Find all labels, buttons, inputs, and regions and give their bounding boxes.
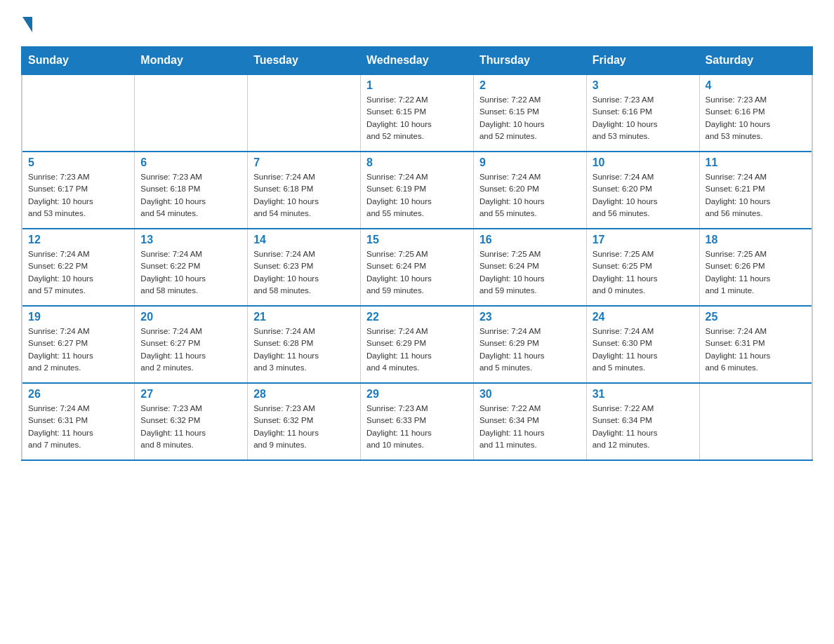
day-number: 30 [479,388,581,401]
calendar-cell: 16Sunrise: 7:25 AM Sunset: 6:24 PM Dayli… [473,229,586,306]
day-info: Sunrise: 7:24 AM Sunset: 6:22 PM Dayligh… [140,248,241,297]
day-number: 31 [593,388,694,401]
calendar-cell: 9Sunrise: 7:24 AM Sunset: 6:20 PM Daylig… [473,152,586,229]
calendar-cell [699,383,812,460]
day-info: Sunrise: 7:23 AM Sunset: 6:33 PM Dayligh… [366,403,468,451]
calendar-cell: 2Sunrise: 7:22 AM Sunset: 6:15 PM Daylig… [473,74,586,152]
day-number: 16 [479,234,581,246]
day-info: Sunrise: 7:24 AM Sunset: 6:20 PM Dayligh… [593,171,694,220]
calendar-week-row: 19Sunrise: 7:24 AM Sunset: 6:27 PM Dayli… [22,306,812,383]
calendar-cell: 22Sunrise: 7:24 AM Sunset: 6:29 PM Dayli… [361,306,474,383]
day-info: Sunrise: 7:24 AM Sunset: 6:22 PM Dayligh… [28,248,128,297]
day-info: Sunrise: 7:24 AM Sunset: 6:31 PM Dayligh… [28,403,128,451]
day-number: 11 [706,156,806,169]
day-number: 10 [593,156,694,169]
day-info: Sunrise: 7:25 AM Sunset: 6:26 PM Dayligh… [706,248,806,297]
day-info: Sunrise: 7:24 AM Sunset: 6:27 PM Dayligh… [28,326,128,374]
logo-arrow-icon [22,17,32,32]
day-number: 18 [706,234,806,246]
calendar-header-monday: Monday [135,47,248,75]
calendar-cell: 27Sunrise: 7:23 AM Sunset: 6:32 PM Dayli… [135,383,248,460]
day-info: Sunrise: 7:24 AM Sunset: 6:29 PM Dayligh… [366,326,468,374]
day-info: Sunrise: 7:24 AM Sunset: 6:27 PM Dayligh… [140,326,241,374]
day-info: Sunrise: 7:22 AM Sunset: 6:15 PM Dayligh… [479,94,581,142]
day-number: 28 [253,388,355,401]
day-info: Sunrise: 7:24 AM Sunset: 6:30 PM Dayligh… [593,326,694,374]
day-number: 17 [593,234,694,246]
calendar-header-tuesday: Tuesday [248,47,361,75]
calendar-cell [135,74,248,152]
calendar-header-saturday: Saturday [699,47,812,75]
calendar-cell: 1Sunrise: 7:22 AM Sunset: 6:15 PM Daylig… [361,74,474,152]
calendar-cell [22,74,135,152]
day-number: 6 [140,156,241,169]
calendar-cell: 15Sunrise: 7:25 AM Sunset: 6:24 PM Dayli… [361,229,474,306]
calendar-cell: 10Sunrise: 7:24 AM Sunset: 6:20 PM Dayli… [586,152,699,229]
calendar-header-row: SundayMondayTuesdayWednesdayThursdayFrid… [22,47,812,75]
day-info: Sunrise: 7:24 AM Sunset: 6:18 PM Dayligh… [253,171,355,220]
calendar-table: SundayMondayTuesdayWednesdayThursdayFrid… [21,46,813,461]
page-header [21,14,813,32]
day-info: Sunrise: 7:23 AM Sunset: 6:16 PM Dayligh… [593,94,694,142]
day-number: 26 [28,388,128,401]
calendar-cell: 8Sunrise: 7:24 AM Sunset: 6:19 PM Daylig… [361,152,474,229]
day-info: Sunrise: 7:23 AM Sunset: 6:18 PM Dayligh… [140,171,241,220]
day-number: 29 [366,388,468,401]
day-number: 20 [140,311,241,323]
day-number: 4 [706,79,806,92]
day-number: 25 [706,311,806,323]
calendar-week-row: 5Sunrise: 7:23 AM Sunset: 6:17 PM Daylig… [22,152,812,229]
day-number: 24 [593,311,694,323]
calendar-header-friday: Friday [586,47,699,75]
calendar-cell: 30Sunrise: 7:22 AM Sunset: 6:34 PM Dayli… [473,383,586,460]
day-info: Sunrise: 7:24 AM Sunset: 6:20 PM Dayligh… [479,171,581,220]
calendar-week-row: 12Sunrise: 7:24 AM Sunset: 6:22 PM Dayli… [22,229,812,306]
calendar-header-wednesday: Wednesday [361,47,474,75]
day-info: Sunrise: 7:24 AM Sunset: 6:29 PM Dayligh… [479,326,581,374]
day-number: 19 [28,311,128,323]
day-info: Sunrise: 7:22 AM Sunset: 6:34 PM Dayligh… [479,403,581,451]
day-number: 2 [479,79,581,92]
day-number: 12 [28,234,128,246]
day-number: 22 [366,311,468,323]
calendar-cell: 29Sunrise: 7:23 AM Sunset: 6:33 PM Dayli… [361,383,474,460]
calendar-week-row: 1Sunrise: 7:22 AM Sunset: 6:15 PM Daylig… [22,74,812,152]
day-number: 15 [366,234,468,246]
calendar-cell: 14Sunrise: 7:24 AM Sunset: 6:23 PM Dayli… [248,229,361,306]
calendar-cell: 20Sunrise: 7:24 AM Sunset: 6:27 PM Dayli… [135,306,248,383]
calendar-week-row: 26Sunrise: 7:24 AM Sunset: 6:31 PM Dayli… [22,383,812,460]
calendar-cell: 13Sunrise: 7:24 AM Sunset: 6:22 PM Dayli… [135,229,248,306]
calendar-cell: 5Sunrise: 7:23 AM Sunset: 6:17 PM Daylig… [22,152,135,229]
day-info: Sunrise: 7:24 AM Sunset: 6:19 PM Dayligh… [366,171,468,220]
calendar-cell: 24Sunrise: 7:24 AM Sunset: 6:30 PM Dayli… [586,306,699,383]
day-number: 23 [479,311,581,323]
day-info: Sunrise: 7:23 AM Sunset: 6:32 PM Dayligh… [253,403,355,451]
calendar-cell: 19Sunrise: 7:24 AM Sunset: 6:27 PM Dayli… [22,306,135,383]
calendar-cell [248,74,361,152]
day-number: 14 [253,234,355,246]
day-number: 21 [253,311,355,323]
calendar-header-sunday: Sunday [22,47,135,75]
calendar-cell: 31Sunrise: 7:22 AM Sunset: 6:34 PM Dayli… [586,383,699,460]
day-info: Sunrise: 7:25 AM Sunset: 6:24 PM Dayligh… [479,248,581,297]
day-info: Sunrise: 7:24 AM Sunset: 6:31 PM Dayligh… [706,326,806,374]
calendar-cell: 7Sunrise: 7:24 AM Sunset: 6:18 PM Daylig… [248,152,361,229]
day-number: 8 [366,156,468,169]
day-number: 1 [366,79,468,92]
day-info: Sunrise: 7:22 AM Sunset: 6:15 PM Dayligh… [366,94,468,142]
calendar-cell: 21Sunrise: 7:24 AM Sunset: 6:28 PM Dayli… [248,306,361,383]
calendar-cell: 12Sunrise: 7:24 AM Sunset: 6:22 PM Dayli… [22,229,135,306]
day-number: 9 [479,156,581,169]
day-number: 13 [140,234,241,246]
day-info: Sunrise: 7:25 AM Sunset: 6:25 PM Dayligh… [593,248,694,297]
calendar-cell: 28Sunrise: 7:23 AM Sunset: 6:32 PM Dayli… [248,383,361,460]
calendar-cell: 26Sunrise: 7:24 AM Sunset: 6:31 PM Dayli… [22,383,135,460]
day-info: Sunrise: 7:24 AM Sunset: 6:21 PM Dayligh… [706,171,806,220]
day-info: Sunrise: 7:25 AM Sunset: 6:24 PM Dayligh… [366,248,468,297]
day-info: Sunrise: 7:24 AM Sunset: 6:23 PM Dayligh… [253,248,355,297]
calendar-cell: 6Sunrise: 7:23 AM Sunset: 6:18 PM Daylig… [135,152,248,229]
calendar-cell: 25Sunrise: 7:24 AM Sunset: 6:31 PM Dayli… [699,306,812,383]
day-info: Sunrise: 7:23 AM Sunset: 6:32 PM Dayligh… [140,403,241,451]
day-number: 5 [28,156,128,169]
calendar-header-thursday: Thursday [473,47,586,75]
